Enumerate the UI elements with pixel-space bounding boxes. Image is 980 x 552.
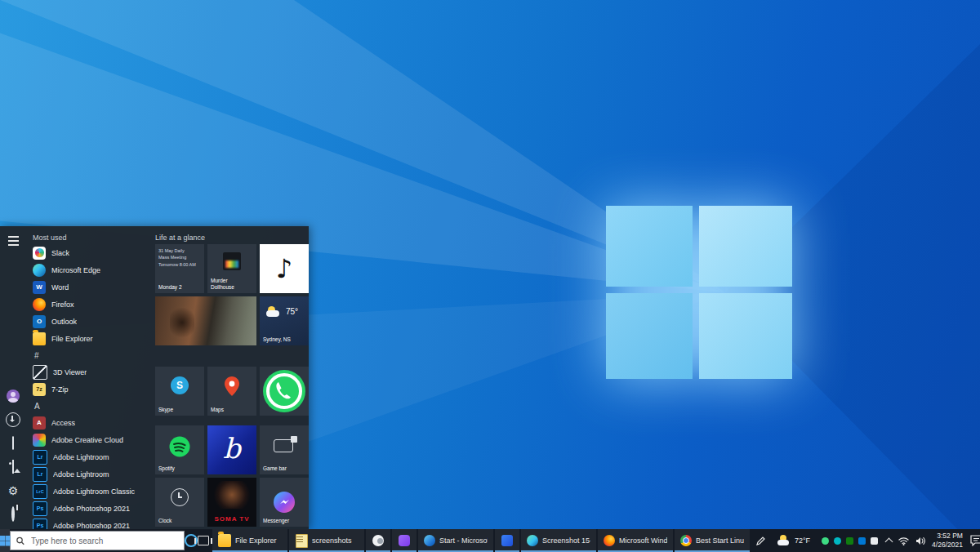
taskbar-clock[interactable]: 3:52 PM 4/26/2021	[932, 532, 963, 550]
tile-bandcamp[interactable]: b	[207, 425, 256, 474]
windows-logo-pane	[606, 293, 693, 379]
tile-maps[interactable]: Maps	[207, 367, 256, 416]
chrome-icon	[680, 535, 692, 546]
pictures-button[interactable]	[3, 459, 23, 475]
start-app-file-explorer[interactable]: File Explorer	[29, 330, 152, 347]
start-app-7zip[interactable]: 7z 7-Zip	[29, 381, 152, 398]
tray-green-dot-icon[interactable]	[822, 537, 829, 545]
pictures-icon	[12, 460, 14, 474]
tray-green-square-icon[interactable]	[846, 537, 853, 545]
taskbar-app-buttons: File Explorer screenshots Start - Micros…	[212, 529, 750, 552]
tile-murder-dollhouse[interactable]: Murder Dollhouse	[207, 244, 256, 293]
tile-weather[interactable]: 75° Sydney, NS	[260, 296, 309, 345]
taskbar-weather-widget[interactable]: 72°F	[771, 529, 817, 552]
taskbar-app-edge-screenshot[interactable]: Screenshot 15-0...	[521, 529, 596, 552]
start-app-lightroom[interactable]: Lr Adobe Lightroom	[29, 448, 152, 465]
cloud-icon	[777, 540, 789, 545]
tile-group-header[interactable]: Life at a glance	[155, 231, 309, 244]
start-app-firefox[interactable]: Firefox	[29, 296, 152, 313]
search-input[interactable]	[29, 536, 178, 546]
start-app-edge[interactable]: Microsoft Edge	[29, 261, 152, 278]
white-circle-app-icon	[372, 535, 384, 546]
sun-cloud-icon	[266, 306, 283, 319]
start-app-lightroom-classic[interactable]: LrC Adobe Lightroom Classic	[29, 483, 152, 500]
notification-icon	[970, 535, 980, 546]
photoshop-icon: Ps	[33, 519, 47, 530]
taskbar-app-screenshots[interactable]: screenshots	[289, 529, 364, 552]
start-app-photoshop[interactable]: Ps Adobe Photoshop 2021	[29, 500, 152, 517]
taskbar-app-chrome[interactable]: Best Start Linux...	[675, 529, 750, 552]
start-app-photoshop-2[interactable]: Ps Adobe Photoshop 2021	[29, 517, 152, 529]
start-app-lightroom-2[interactable]: Lr Adobe Lightroom	[29, 465, 152, 483]
start-app-3d-viewer[interactable]: 3D Viewer	[29, 363, 152, 381]
power-button[interactable]	[3, 506, 23, 523]
edge-icon	[424, 535, 435, 546]
taskbar-app-white-circle[interactable]	[366, 529, 390, 552]
taskbar-app-firefox[interactable]: Microsoft Window...	[598, 529, 673, 552]
tile-whatsapp[interactable]	[260, 367, 309, 416]
sun-cloud-icon	[777, 535, 791, 546]
start-button[interactable]	[0, 529, 10, 552]
tile-photos[interactable]	[155, 296, 256, 345]
tile-skype[interactable]: S Skype	[155, 367, 204, 416]
taskbar-app-purple[interactable]	[392, 529, 416, 552]
expand-menu-button[interactable]	[3, 233, 23, 249]
tray-blue-square-icon[interactable]	[858, 537, 866, 545]
edge-icon	[527, 535, 538, 546]
3d-viewer-icon	[33, 365, 47, 380]
tile-itunes[interactable]: ♪	[260, 244, 309, 293]
taskbar: File Explorer screenshots Start - Micros…	[0, 529, 980, 552]
tile-movie[interactable]: SOMA TV	[207, 478, 256, 527]
tile-clock[interactable]: Clock	[155, 478, 204, 527]
windows-ink-button[interactable]	[750, 529, 771, 552]
tile-label: Game bar	[263, 465, 287, 472]
downloads-button[interactable]	[3, 412, 23, 428]
app-label: Firefox	[51, 300, 74, 309]
start-app-word[interactable]: W Word	[29, 278, 152, 296]
section-header-hash[interactable]: #	[29, 347, 152, 363]
pen-icon	[756, 536, 765, 545]
tile-game-bar[interactable]: Game bar	[260, 425, 309, 474]
start-app-adobe-cc[interactable]: Adobe Creative Cloud	[29, 431, 152, 448]
taskbar-app-deep-blue[interactable]	[495, 529, 519, 552]
firefox-icon	[604, 535, 615, 546]
app-label: Access	[51, 419, 75, 427]
photoshop-icon: Ps	[33, 501, 47, 516]
tile-messenger[interactable]: Messenger	[260, 478, 309, 527]
start-app-outlook[interactable]: O Outlook	[29, 313, 152, 330]
game-art-icon	[223, 252, 241, 270]
user-account-button[interactable]	[3, 388, 23, 404]
tile-spotify[interactable]: Spotify	[155, 425, 204, 474]
most-used-header: Most used	[29, 231, 152, 244]
clock-icon	[171, 488, 189, 506]
start-app-slack[interactable]: Slack	[29, 244, 152, 261]
app-label: 7-Zip	[51, 385, 69, 394]
app-label: Adobe Photoshop 2021	[53, 505, 130, 513]
gear-icon: ⚙	[7, 484, 20, 497]
action-center-button[interactable]	[968, 529, 980, 552]
volume-button[interactable]	[915, 536, 925, 545]
tray-teal-circle-icon[interactable]	[834, 537, 841, 545]
taskbar-search[interactable]	[10, 531, 185, 550]
tile-label: Skype	[158, 407, 173, 413]
calendar-event-line: Tomorrow 8:00 AM	[158, 261, 201, 268]
desktop: ⚙ Most used Slack Microsoft Edge W Word	[0, 0, 980, 552]
start-app-access[interactable]: A Access	[29, 414, 152, 431]
documents-button[interactable]	[3, 435, 23, 452]
windows-logo	[606, 206, 792, 379]
weather-location: Sydney, NS	[263, 336, 291, 343]
taskbar-app-edge-start[interactable]: Start - Microsoft Ed...	[418, 529, 493, 552]
user-avatar	[7, 390, 20, 403]
tray-white-icon[interactable]	[871, 537, 878, 545]
search-icon	[16, 536, 24, 545]
section-header-a[interactable]: A	[29, 398, 152, 414]
show-hidden-icons-caret[interactable]	[885, 537, 893, 545]
network-button[interactable]	[898, 536, 909, 545]
app-label: Adobe Photoshop 2021	[53, 522, 130, 530]
tile-label: Spotify	[158, 465, 175, 472]
settings-button[interactable]: ⚙	[3, 483, 23, 499]
tile-calendar[interactable]: 31 May Daily Mass Meeting Tomorrow 8:00 …	[155, 244, 204, 293]
app-label: 3D Viewer	[53, 368, 87, 376]
task-view-button[interactable]	[198, 529, 209, 552]
taskbar-app-file-explorer[interactable]: File Explorer	[212, 529, 287, 552]
